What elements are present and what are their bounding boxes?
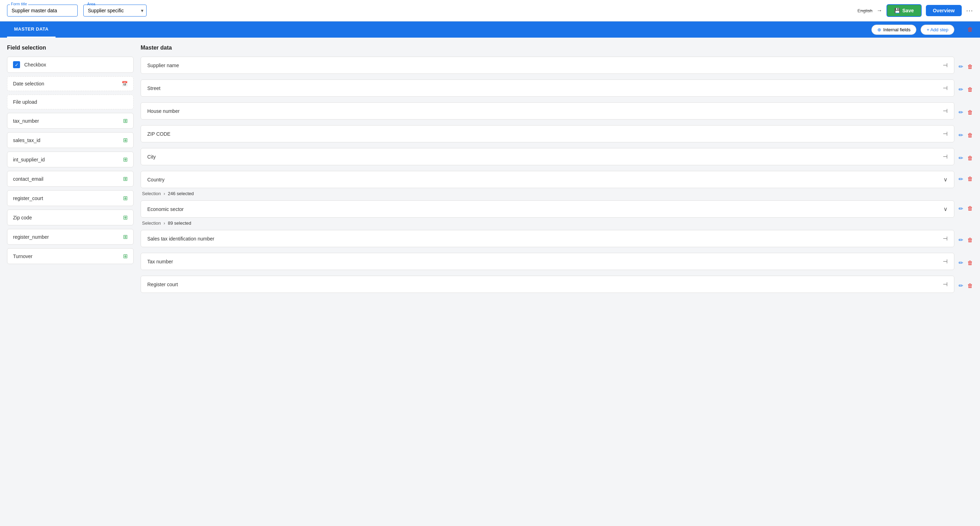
language-label: English <box>858 8 872 13</box>
add-step-button[interactable]: + Add step <box>921 25 955 35</box>
overview-button[interactable]: Overview <box>926 5 962 16</box>
form-row-tax-number: Tax number ⊣ <box>141 253 955 270</box>
add-field-icon: ⊞ <box>123 175 127 182</box>
tab-edit-icon[interactable]: ✏ <box>959 26 963 33</box>
form-row-country-group: Country ∨ Selection › 246 selected <box>141 171 955 199</box>
tax-number-label: Tax number <box>147 259 173 265</box>
list-item-int-supplier-id[interactable]: int_supplier_id ⊞ <box>7 151 134 167</box>
delete-supplier-name[interactable]: 🗑 <box>967 64 973 70</box>
selection-chevron: › <box>164 221 165 226</box>
internal-fields-icon: ⊕ <box>877 27 881 32</box>
delete-tax-number[interactable]: 🗑 <box>967 260 973 266</box>
register-court-label: Register court <box>147 282 178 287</box>
row-tax-number: Tax number ⊣ ✏ 🗑 <box>141 253 973 273</box>
sales-tax-id-number-label: Sales tax identification number <box>147 236 215 242</box>
selection-label: Selection <box>142 191 161 196</box>
delete-sales-tax-id-number[interactable]: 🗑 <box>967 237 973 243</box>
selection-chevron: › <box>164 191 165 196</box>
edit-economic-sector[interactable]: ✏ <box>959 205 963 212</box>
edit-supplier-name[interactable]: ✏ <box>959 63 963 70</box>
delete-street[interactable]: 🗑 <box>967 86 973 93</box>
tab-bar: MASTER DATA ⊕ Internal fields + Add step… <box>0 21 980 38</box>
input-icon: ⊣ <box>943 85 948 91</box>
input-icon: ⊣ <box>943 235 948 242</box>
dropdown-icon: ∨ <box>943 176 948 183</box>
delete-city[interactable]: 🗑 <box>967 155 973 161</box>
edit-street[interactable]: ✏ <box>959 86 963 93</box>
form-title-label: Form title <box>10 2 28 6</box>
add-field-icon: ⊞ <box>123 137 127 143</box>
checkbox-icon: ✓ <box>13 61 20 68</box>
save-button[interactable]: 💾 Save <box>886 4 922 17</box>
edit-house-number[interactable]: ✏ <box>959 109 963 116</box>
contact-email-label: contact_email <box>13 176 43 182</box>
calendar-icon: 📅 <box>122 81 127 86</box>
input-icon: ⊣ <box>943 153 948 160</box>
list-item-turnover[interactable]: Turnover ⊞ <box>7 248 134 264</box>
register-court-label: register_court <box>13 196 43 201</box>
input-icon: ⊣ <box>943 258 948 265</box>
list-item-tax-number[interactable]: tax_number ⊞ <box>7 113 134 129</box>
form-title-group: Form title <box>7 5 78 16</box>
house-number-label: House number <box>147 108 180 114</box>
edit-tax-number[interactable]: ✏ <box>959 260 963 266</box>
zip-code-label: Zip code <box>13 215 32 220</box>
economic-sector-label: Economic sector <box>147 206 183 212</box>
form-row-zip-code: ZIP CODE ⊣ <box>141 125 955 142</box>
add-field-icon: ⊞ <box>123 253 127 260</box>
form-title-input[interactable] <box>7 5 78 16</box>
edit-zip-code[interactable]: ✏ <box>959 132 963 139</box>
form-row-supplier-name: Supplier name ⊣ <box>141 57 955 74</box>
edit-city[interactable]: ✏ <box>959 155 963 161</box>
country-actions: ✏ 🗑 <box>959 171 973 182</box>
list-item-checkbox[interactable]: ✓ Checkbox <box>7 57 134 73</box>
tab-master-data[interactable]: MASTER DATA <box>7 21 56 38</box>
turnover-label: Turnover <box>13 253 33 259</box>
add-field-icon: ⊞ <box>123 156 127 163</box>
master-data-title: Master data <box>141 45 973 51</box>
internal-fields-button[interactable]: ⊕ Internal fields <box>871 25 916 35</box>
area-select[interactable]: Supplier specific <box>84 5 146 16</box>
economic-sector-actions: ✏ 🗑 <box>959 201 973 212</box>
delete-register-court[interactable]: 🗑 <box>967 283 973 289</box>
field-selection-title: Field selection <box>7 45 134 51</box>
input-icon: ⊣ <box>943 62 948 69</box>
delete-economic-sector[interactable]: 🗑 <box>967 205 973 212</box>
edit-sales-tax-id-number[interactable]: ✏ <box>959 237 963 243</box>
internal-fields-label: Internal fields <box>883 27 910 32</box>
edit-country[interactable]: ✏ <box>959 176 963 182</box>
row-sales-tax-id-number: Sales tax identification number ⊣ ✏ 🗑 <box>141 230 973 250</box>
zip-code-label: ZIP CODE <box>147 131 170 137</box>
form-row-house-number: House number ⊣ <box>141 102 955 120</box>
edit-register-court[interactable]: ✏ <box>959 282 963 289</box>
form-row-sales-tax-id-number: Sales tax identification number ⊣ <box>141 230 955 247</box>
list-item-register-number[interactable]: register_number ⊞ <box>7 229 134 245</box>
top-bar: Form title Area Supplier specific ▾ Engl… <box>0 0 980 21</box>
form-row-economic-sector-group: Economic sector ∨ Selection › 89 selecte… <box>141 201 955 228</box>
row-street: Street ⊣ ✏ 🗑 <box>141 80 973 99</box>
more-button[interactable]: ⋯ <box>966 6 973 15</box>
list-item-zip-code[interactable]: Zip code ⊞ <box>7 210 134 225</box>
register-number-label: register_number <box>13 234 49 240</box>
date-selection-label: Date selection <box>13 81 44 86</box>
selection-label: Selection <box>142 220 161 226</box>
tab-delete-icon[interactable]: 🗑 <box>967 26 973 33</box>
economic-sector-selection-count: 89 selected <box>168 220 191 226</box>
country-selection-count: 246 selected <box>168 191 194 196</box>
sales-tax-id-label: sales_tax_id <box>13 137 40 143</box>
supplier-name-label: Supplier name <box>147 62 179 68</box>
delete-house-number[interactable]: 🗑 <box>967 109 973 116</box>
list-item-contact-email[interactable]: contact_email ⊞ <box>7 171 134 187</box>
list-item-file-upload[interactable]: File upload <box>7 95 134 109</box>
list-item-sales-tax-id[interactable]: sales_tax_id ⊞ <box>7 132 134 148</box>
file-upload-label: File upload <box>13 99 37 105</box>
country-label: Country <box>147 177 164 182</box>
input-icon: ⊣ <box>943 131 948 137</box>
dropdown-icon: ∨ <box>943 206 948 212</box>
delete-zip-code[interactable]: 🗑 <box>967 132 973 139</box>
list-item-register-court[interactable]: register_court ⊞ <box>7 190 134 206</box>
add-field-icon: ⊞ <box>123 195 127 201</box>
economic-sector-selection-row: Selection › 89 selected <box>141 219 955 228</box>
delete-country[interactable]: 🗑 <box>967 176 973 182</box>
list-item-date-selection[interactable]: Date selection 📅 <box>7 76 134 91</box>
